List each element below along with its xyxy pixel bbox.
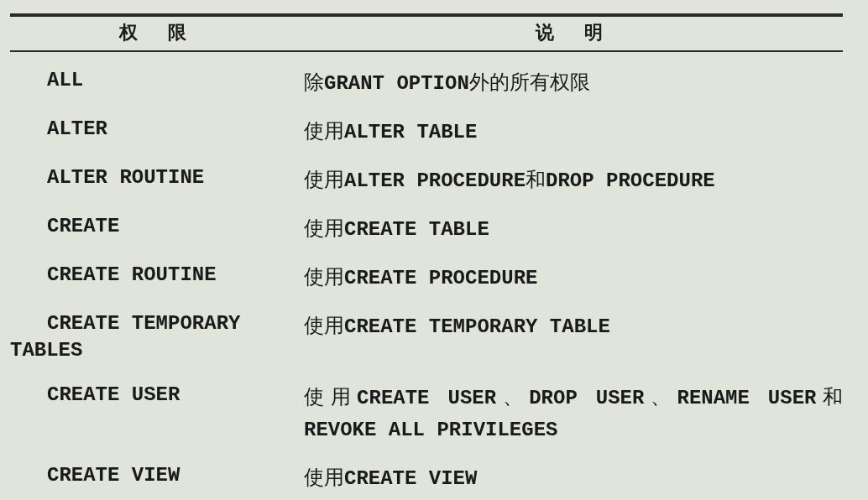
header-privilege: 权限 [10, 20, 295, 45]
table-header: 权限 说明 [10, 18, 843, 47]
desc-mono: CREATE USER [357, 387, 496, 409]
table-body: ALL 除GRANT OPTION外的所有权限 ALTER 使用ALTER TA… [10, 55, 843, 500]
desc-mono: CREATE TEMPORARY TABLE [344, 315, 610, 338]
privilege-cell: CREATE TEMPORARY TABLES [10, 310, 295, 365]
privilege-cell: CREATE USER [10, 382, 295, 409]
table-row: ALTER ROUTINE 使用ALTER PROCEDURE和DROP PRO… [10, 156, 843, 205]
desc-text: 使用 [304, 466, 344, 488]
desc-mono: ALTER TABLE [344, 121, 477, 143]
privilege-cell: ALTER [10, 116, 295, 143]
table-row: CREATE TEMPORARY TABLES 使用CREATE TEMPORA… [10, 302, 843, 373]
description-cell: 使用CREATE TABLE [295, 213, 843, 245]
table-row: CREATE ROUTINE 使用CREATE PROCEDURE [10, 253, 843, 302]
description-cell: 使用CREATE PROCEDURE [295, 262, 843, 294]
desc-text: 外的所有权限 [469, 71, 590, 93]
priv-line1: CREATE TEMPORARY [47, 312, 240, 335]
header-separator [10, 50, 843, 52]
table-row: CREATE USER 使用CREATE USER、DROP USER、RENA… [10, 373, 843, 454]
desc-mono: GRANT OPTION [324, 72, 469, 95]
desc-text: 和 [816, 386, 843, 408]
desc-text: 使用 [304, 266, 344, 288]
priv-line2: TABLES [10, 339, 82, 362]
desc-text: 、 [496, 386, 529, 408]
table-row: ALL 除GRANT OPTION外的所有权限 [10, 59, 843, 107]
header-description: 说明 [295, 20, 843, 45]
privilege-cell: CREATE [10, 213, 295, 240]
table-row: CREATE 使用CREATE TABLE [10, 205, 843, 253]
privilege-cell: ALTER ROUTINE [10, 164, 295, 191]
desc-mono: REVOKE ALL PRIVILEGES [304, 419, 557, 441]
desc-text: 、 [644, 386, 677, 408]
desc-mono: RENAME USER [677, 387, 816, 409]
description-cell: 使用CREATE TEMPORARY TABLE [295, 310, 843, 342]
description-cell: 使用CREATE USER、DROP USER、RENAME USER和REVO… [295, 382, 843, 445]
table-row: ALTER 使用ALTER TABLE [10, 107, 843, 156]
privilege-cell: CREATE VIEW [10, 462, 295, 489]
description-cell: 使用ALTER TABLE [295, 116, 843, 148]
privilege-cell: ALL [10, 67, 295, 94]
desc-mono: DROP USER [529, 387, 644, 409]
description-cell: 使用CREATE VIEW [295, 462, 843, 494]
desc-text: 使用 [304, 386, 357, 408]
desc-text: 使用 [304, 217, 344, 239]
top-rule [10, 13, 843, 17]
desc-text: 使用 [304, 315, 344, 336]
page-container: 权限 说明 ALL 除GRANT OPTION外的所有权限 ALTER 使用AL… [0, 0, 868, 500]
desc-text: 除 [304, 71, 324, 93]
privilege-cell: CREATE ROUTINE [10, 262, 295, 289]
description-cell: 使用ALTER PROCEDURE和DROP PROCEDURE [295, 164, 843, 196]
desc-mono: CREATE PROCEDURE [344, 267, 537, 289]
desc-mono: CREATE TABLE [344, 218, 489, 241]
desc-mono: ALTER PROCEDURE [344, 169, 526, 192]
desc-text: 使用 [304, 120, 344, 142]
table-row: CREATE VIEW 使用CREATE VIEW [10, 454, 843, 500]
desc-mono: DROP PROCEDURE [546, 169, 715, 192]
desc-text: 和 [526, 169, 546, 190]
desc-mono: CREATE VIEW [344, 467, 477, 490]
desc-text: 使用 [304, 169, 344, 190]
description-cell: 除GRANT OPTION外的所有权限 [295, 67, 843, 99]
